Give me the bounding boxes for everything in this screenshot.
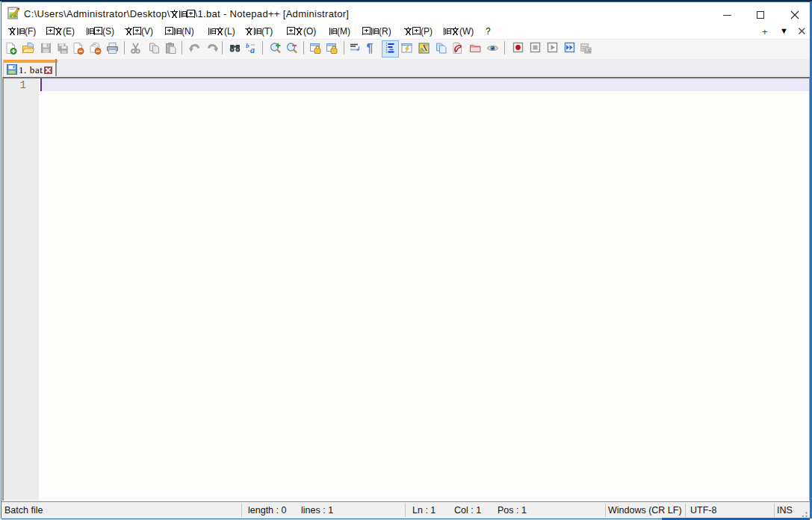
svg-text:UE: UE: [586, 49, 592, 53]
svg-text:¶: ¶: [367, 42, 374, 55]
svg-text:b: b: [246, 42, 250, 49]
svg-text:a: a: [250, 45, 255, 55]
